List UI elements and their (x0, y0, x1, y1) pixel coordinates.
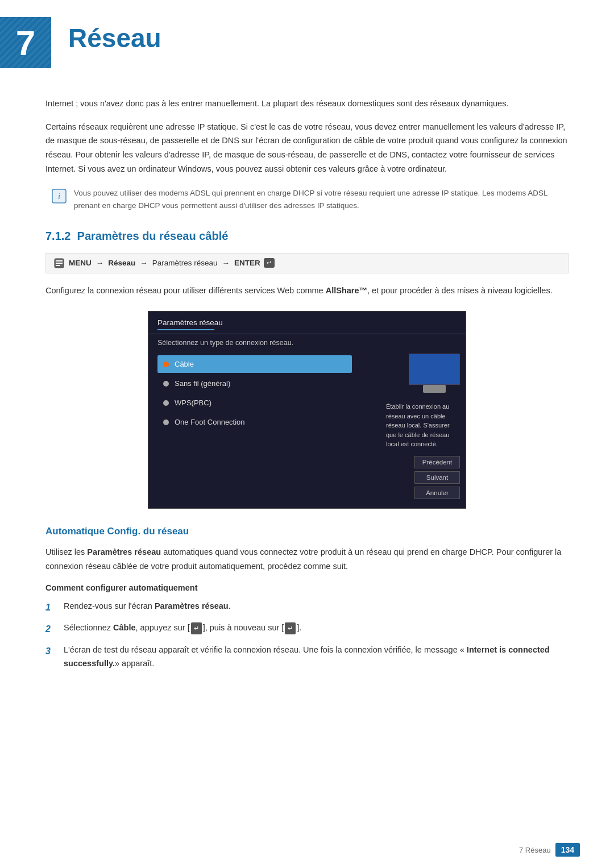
step-2-bold: Câble (113, 623, 136, 632)
section-body-start: Configurez la connexion réseau pour util… (45, 286, 326, 295)
dialog-main: Câble Sans fil (général) WPS(PBC) One Fo… (148, 350, 466, 508)
step-1-start: Rendez-vous sur l'écran (64, 601, 155, 610)
auto-config-start: Utilisez les (45, 547, 87, 556)
arrow-2: → (140, 259, 148, 267)
step-3: 3 L'écran de test du réseau apparaît et … (45, 643, 569, 671)
section-heading: 7.1.2 Paramètres du réseau câblé (45, 230, 569, 243)
enter-icon-2: ↵ (285, 622, 296, 634)
cable-plug (423, 385, 446, 393)
chapter-number: 7 (16, 23, 35, 63)
option-onefoot-label: One Foot Connection (175, 418, 245, 426)
svg-rect-5 (56, 265, 60, 266)
enter-button-icon: ↵ (264, 258, 275, 268)
section-number: 7.1.2 (45, 230, 70, 242)
section-title: Paramètres du réseau câblé (77, 230, 229, 242)
dot-onefoot (163, 420, 169, 425)
dot-cable (163, 362, 169, 367)
step-2-text: Sélectionnez Câble, appuyez sur [↵], pui… (64, 621, 301, 635)
footer-page-number: 134 (555, 843, 580, 857)
auto-config-heading: Automatique Config. du réseau (45, 526, 569, 537)
step-num-3: 3 (45, 643, 59, 659)
note-block: i Vous pouvez utiliser des modems ADSL q… (45, 187, 569, 213)
svg-text:i: i (58, 192, 60, 201)
option-cable-label: Câble (175, 360, 194, 368)
cable-illustration (409, 354, 460, 385)
svg-rect-4 (56, 263, 63, 264)
chapter-header: 7 Réseau (0, 0, 614, 80)
option-wps-label: WPS(PBC) (175, 398, 211, 407)
dialog-title: Paramètres réseau (157, 318, 223, 327)
section-body-end: , et pour procéder à des mises à niveau … (367, 286, 553, 295)
section-body-bold: AllShare™ (326, 286, 367, 295)
dialog-description: Établir la connexion au réseau avec un c… (386, 402, 460, 449)
auto-config-text: Utilisez les Paramètres réseau automatiq… (45, 545, 569, 573)
step-2-start: Sélectionnez (64, 623, 113, 632)
btn-annuler[interactable]: Annuler (414, 487, 460, 499)
dialog-container: Paramètres réseau Sélectionnez un type d… (45, 311, 569, 509)
dot-wps (163, 400, 169, 406)
step-1-end: . (229, 601, 231, 610)
dialog-options: Câble Sans fil (général) WPS(PBC) One Fo… (148, 350, 352, 502)
menu-item-params: Paramètres réseau (152, 259, 218, 267)
dialog-underline (157, 329, 214, 330)
step-2-end: ]. (297, 623, 301, 632)
btn-suivant[interactable]: Suivant (414, 471, 460, 484)
note-text: Vous pouvez utiliser des modems ADSL qui… (74, 187, 569, 213)
dot-wifi (163, 381, 169, 387)
option-wps[interactable]: WPS(PBC) (157, 394, 352, 412)
svg-rect-3 (56, 260, 63, 261)
option-cable[interactable]: Câble (157, 355, 352, 373)
menu-icon (54, 258, 64, 268)
step-num-2: 2 (45, 621, 59, 637)
step-2-mid: , appuyez sur [ (136, 623, 190, 632)
chapter-title: Réseau (68, 23, 161, 53)
dialog-subtitle: Sélectionnez un type de connexion réseau… (148, 334, 466, 350)
page-content: Internet ; vous n'avez donc pas à les en… (0, 80, 614, 699)
dialog-title-bar: Paramètres réseau (148, 312, 466, 334)
footer-chapter-label: 7 Réseau (519, 846, 551, 854)
section-body-text: Configurez la connexion réseau pour util… (45, 284, 569, 298)
step-1-bold: Paramètres réseau (155, 601, 229, 610)
menu-item-enter: ENTER (234, 259, 260, 267)
step-2-mid2: ], puis à nouveau sur [ (203, 623, 284, 632)
dialog-right: Établir la connexion au réseau avec un c… (352, 350, 466, 502)
auto-config-bold: Paramètres réseau (87, 547, 161, 556)
howto-heading: Comment configurer automatiquement (45, 583, 569, 592)
page-footer: 7 Réseau 134 (519, 843, 580, 857)
step-3-end: » apparaît. (115, 659, 154, 668)
option-onefoot[interactable]: One Foot Connection (157, 413, 352, 431)
option-wifi[interactable]: Sans fil (général) (157, 375, 352, 392)
enter-icon-1: ↵ (191, 622, 202, 634)
step-2: 2 Sélectionnez Câble, appuyez sur [↵], p… (45, 621, 569, 637)
step-num-1: 1 (45, 600, 59, 615)
arrow-1: → (96, 259, 104, 267)
arrow-3: → (222, 259, 230, 267)
menu-item-reseau: Réseau (108, 259, 135, 267)
intro-paragraph-2: Certains réseaux requièrent une adresse … (45, 120, 569, 176)
note-icon: i (51, 188, 67, 204)
chapter-number-box: 7 (0, 17, 51, 68)
option-wifi-label: Sans fil (général) (175, 379, 230, 388)
step-3-start: L'écran de test du réseau apparaît et vé… (64, 645, 467, 654)
menu-item-menu: MENU (69, 259, 92, 267)
menu-path: MENU → Réseau → Paramètres réseau → ENTE… (45, 253, 569, 273)
step-3-text: L'écran de test du réseau apparaît et vé… (64, 643, 569, 671)
step-1: 1 Rendez-vous sur l'écran Paramètres rés… (45, 599, 569, 615)
btn-precedent[interactable]: Précédent (414, 456, 460, 468)
intro-paragraph-1: Internet ; vous n'avez donc pas à les en… (45, 97, 569, 111)
steps-list: 1 Rendez-vous sur l'écran Paramètres rés… (45, 599, 569, 671)
dialog-box: Paramètres réseau Sélectionnez un type d… (148, 311, 466, 509)
step-1-text: Rendez-vous sur l'écran Paramètres résea… (64, 599, 231, 613)
